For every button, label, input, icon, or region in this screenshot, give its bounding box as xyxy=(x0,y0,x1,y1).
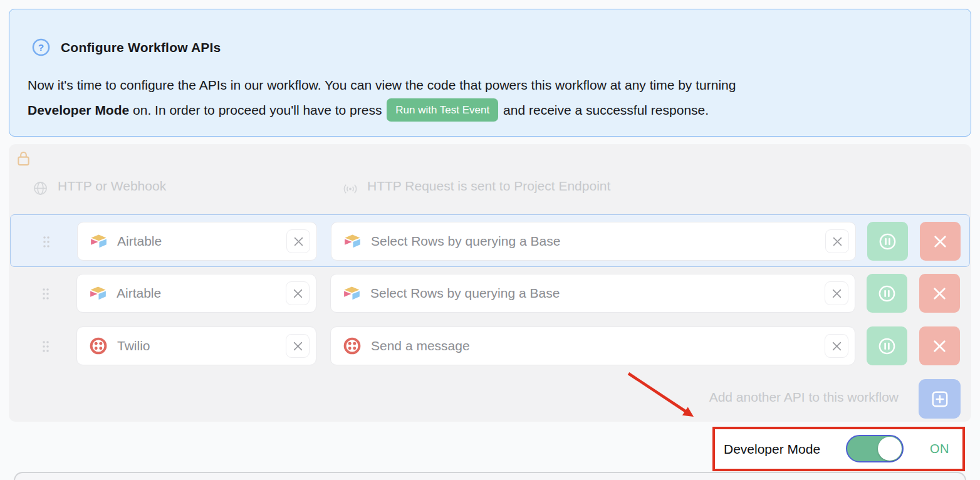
api-select-field[interactable]: Twilio xyxy=(76,326,316,365)
svg-text:?: ? xyxy=(38,42,44,53)
trigger-description-label: HTTP Request is sent to Project Endpoint xyxy=(367,179,610,194)
action-name: Send a message xyxy=(371,338,825,353)
developer-mode-toggle[interactable] xyxy=(846,435,904,462)
api-name: Airtable xyxy=(117,234,286,249)
action-select-field[interactable]: Select Rows by querying a Base xyxy=(330,274,855,313)
run-with-test-event-button[interactable]: Run with Test Event xyxy=(387,98,498,122)
twilio-icon xyxy=(90,337,107,355)
clear-x-icon[interactable] xyxy=(825,281,848,305)
pause-circle-icon xyxy=(877,337,897,356)
plus-square-icon xyxy=(930,389,950,409)
workflow-panel: HTTP or Webhook HTTP Request is sent to … xyxy=(9,144,971,422)
airtable-icon xyxy=(90,234,107,249)
workflow-step-row: Twilio Send a message xyxy=(10,320,970,372)
next-section-panel-edge xyxy=(14,472,966,480)
drag-handle-icon[interactable] xyxy=(41,340,50,356)
configure-workflow-banner: ? Configure Workflow APIs Now it's time … xyxy=(9,9,971,137)
developer-mode-annotation-box: Developer Mode ON xyxy=(712,427,965,471)
developer-mode-label: Developer Mode xyxy=(724,429,820,469)
drag-handle-icon[interactable] xyxy=(42,235,51,251)
clear-x-icon[interactable] xyxy=(286,334,310,358)
banner-description: Now it's time to configure the APIs in o… xyxy=(28,74,736,122)
clear-x-icon[interactable] xyxy=(825,229,849,253)
banner-line1: Now it's time to configure the APIs in o… xyxy=(28,78,736,92)
question-circle-icon[interactable]: ? xyxy=(32,38,50,56)
lock-icon xyxy=(16,150,31,170)
delete-step-button[interactable] xyxy=(919,326,960,365)
api-name: Airtable xyxy=(117,286,286,301)
pause-circle-icon xyxy=(878,232,897,251)
workflow-step-row: Airtable Select Rows by querying a Base xyxy=(10,267,970,320)
banner-bold-developer-mode: Developer Mode xyxy=(28,99,129,122)
drag-handle-icon[interactable] xyxy=(41,287,50,303)
pause-step-button[interactable] xyxy=(867,326,907,365)
clear-x-icon[interactable] xyxy=(286,229,310,253)
delete-step-button[interactable] xyxy=(920,222,961,261)
airtable-icon xyxy=(343,286,360,301)
delete-x-icon xyxy=(932,234,948,249)
developer-mode-state: ON xyxy=(930,429,949,469)
pause-step-button[interactable] xyxy=(867,222,908,261)
delete-x-icon xyxy=(932,338,947,354)
toggle-knob xyxy=(878,437,902,461)
api-select-field[interactable]: Airtable xyxy=(76,274,316,313)
banner-line2-end: and receive a successful response. xyxy=(499,99,709,122)
trigger-type-label: HTTP or Webhook xyxy=(58,179,166,194)
workflow-step-row: Airtable Select Rows by querying a Base xyxy=(10,214,970,267)
globe-icon xyxy=(33,180,48,199)
clear-x-icon[interactable] xyxy=(825,334,848,358)
delete-step-button[interactable] xyxy=(919,274,960,313)
clear-x-icon[interactable] xyxy=(286,281,310,305)
airtable-icon xyxy=(90,286,107,301)
add-api-button[interactable] xyxy=(919,379,961,419)
broadcast-icon xyxy=(341,183,359,197)
action-select-field[interactable]: Select Rows by querying a Base xyxy=(331,222,856,261)
delete-x-icon xyxy=(932,286,947,301)
api-select-field[interactable]: Airtable xyxy=(77,222,317,261)
action-name: Select Rows by querying a Base xyxy=(370,286,825,301)
twilio-icon xyxy=(343,337,361,355)
pause-circle-icon xyxy=(877,284,897,303)
banner-title: Configure Workflow APIs xyxy=(61,40,221,55)
action-select-field[interactable]: Send a message xyxy=(330,326,855,365)
banner-line2-mid: on. In order to proceed you'll have to p… xyxy=(129,99,385,122)
action-name: Select Rows by querying a Base xyxy=(371,234,825,249)
airtable-icon xyxy=(344,234,361,249)
api-name: Twilio xyxy=(117,338,286,353)
add-api-label: Add another API to this workflow xyxy=(709,390,899,405)
pause-step-button[interactable] xyxy=(867,274,907,313)
